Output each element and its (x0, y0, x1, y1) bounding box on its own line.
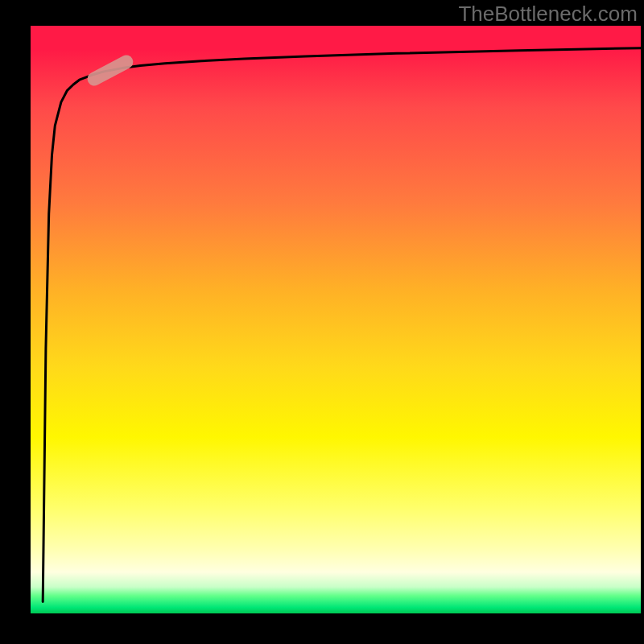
watermark-text: TheBottleneck.com (458, 2, 638, 27)
plot-area (31, 26, 641, 613)
chart-frame: TheBottleneck.com (0, 0, 644, 644)
bottleneck-curve (43, 48, 641, 602)
curve-layer (31, 26, 641, 613)
